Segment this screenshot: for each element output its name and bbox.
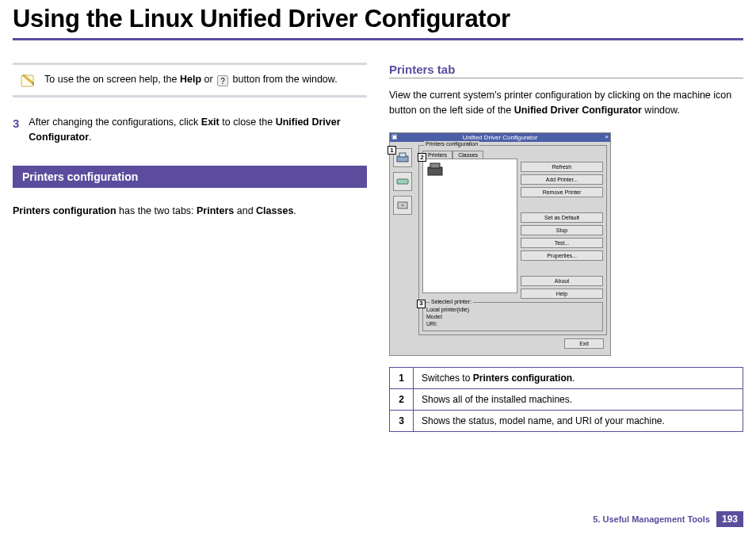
mock-title: Unified Driver Configurator	[463, 134, 538, 141]
help-button-icon: ?	[217, 75, 228, 86]
printers-tab-text: View the current system's printer config…	[389, 88, 743, 118]
mock-btn-help: Help	[521, 289, 603, 299]
mock-config-group: Printers configuration 2 Printers Classe…	[418, 145, 607, 335]
printer-device-icon	[425, 161, 445, 178]
mock-btn-test: Test...	[521, 238, 603, 248]
mock-body: 1 Printers configuration 2	[390, 142, 610, 355]
pencil-note-icon	[19, 71, 36, 89]
mock-status-line-3: URI:	[426, 320, 599, 327]
mock-status-line-2: Model:	[426, 313, 599, 320]
mock-status-group: 3 Selected printer: Local printer(idle) …	[422, 302, 603, 331]
step-3: 3 After changing the configurations, cli…	[13, 115, 367, 145]
page-footer: 5. Useful Management Tools 193	[593, 511, 743, 527]
mock-btn-stop: Stop	[521, 225, 603, 235]
cell-text: Shows all of the installed machines.	[414, 388, 743, 410]
callout-1: 1	[388, 146, 396, 155]
mock-status-label: Selected printer:	[430, 298, 473, 305]
mock-sidebar-scanner-icon	[393, 172, 412, 191]
mock-btn-remove: Remove Printer	[521, 187, 603, 197]
window-icon: ▣	[391, 133, 398, 140]
page-number: 193	[716, 511, 743, 527]
step-text: After changing the configurations, click…	[29, 115, 367, 145]
table-row: 3 Shows the status, model name, and URI …	[390, 410, 743, 431]
mock-btn-about: About	[521, 276, 603, 286]
svg-rect-7	[430, 163, 440, 168]
mock-btn-add: Add Printer...	[521, 174, 603, 185]
page-header: Using the Linux Unified Driver Configura…	[0, 0, 756, 35]
cell-num: 3	[390, 410, 414, 431]
section-bar-printers-config: Printers configuration	[13, 166, 367, 188]
chapter-label: 5. Useful Management Tools	[593, 514, 710, 524]
mock-status-line-1: Local printer(idle)	[426, 306, 599, 313]
mock-printer-list	[422, 159, 517, 293]
svg-rect-2	[399, 153, 406, 157]
note-text: To use the on screen help, the Help or ?…	[44, 74, 338, 87]
callout-2: 2	[418, 153, 426, 162]
table-row: 1 Switches to Printers configuration.	[390, 367, 743, 388]
close-icon: ×	[605, 133, 609, 140]
heading-rule	[389, 78, 743, 78]
right-column: Printers tab View the current system's p…	[389, 63, 743, 432]
callout-table: 1 Switches to Printers configuration. 2 …	[389, 367, 743, 432]
cell-num: 1	[390, 367, 414, 388]
cell-num: 2	[390, 388, 414, 410]
mock-action-buttons: Refresh Add Printer... Remove Printer . …	[521, 159, 603, 299]
page-title: Using the Linux Unified Driver Configura…	[13, 5, 743, 33]
mock-btn-refresh: Refresh	[521, 162, 603, 172]
cell-text: Switches to Printers configuration.	[414, 367, 743, 388]
mock-main: Printers configuration 2 Printers Classe…	[418, 145, 607, 352]
svg-rect-3	[397, 179, 408, 184]
content-columns: To use the on screen help, the Help or ?…	[0, 40, 756, 432]
callout-3: 3	[417, 300, 426, 308]
mock-sidebar-printer-icon: 1	[393, 148, 412, 167]
mock-btn-default: Set as Default	[521, 212, 603, 223]
mock-tab-classes: Classes	[452, 151, 483, 159]
mock-btn-exit: Exit	[564, 338, 604, 349]
mock-content: Refresh Add Printer... Remove Printer . …	[422, 159, 603, 299]
mock-sidebar: 1	[393, 145, 415, 352]
table-row: 2 Shows all of the installed machines.	[390, 388, 743, 410]
printers-config-text: Printers configuration has the two tabs:…	[13, 204, 367, 219]
mock-group-label: Printers configuration	[424, 141, 479, 147]
mock-sidebar-port-icon	[393, 196, 412, 215]
left-column: To use the on screen help, the Help or ?…	[13, 63, 367, 432]
mock-titlebar: ▣ Unified Driver Configurator ×	[390, 133, 610, 142]
printers-tab-heading: Printers tab	[389, 63, 743, 76]
svg-point-5	[402, 204, 403, 206]
step-number: 3	[13, 115, 19, 145]
mock-tabs: 2 Printers Classes	[422, 151, 603, 159]
note-box: To use the on screen help, the Help or ?…	[13, 63, 367, 97]
mock-btn-props: Properties...	[521, 250, 603, 261]
mock-tab-printers: Printers	[422, 151, 452, 159]
cell-text: Shows the status, model name, and URI of…	[414, 410, 743, 431]
mock-window: ▣ Unified Driver Configurator × 1	[389, 132, 611, 356]
mock-footer: Exit	[418, 335, 607, 352]
